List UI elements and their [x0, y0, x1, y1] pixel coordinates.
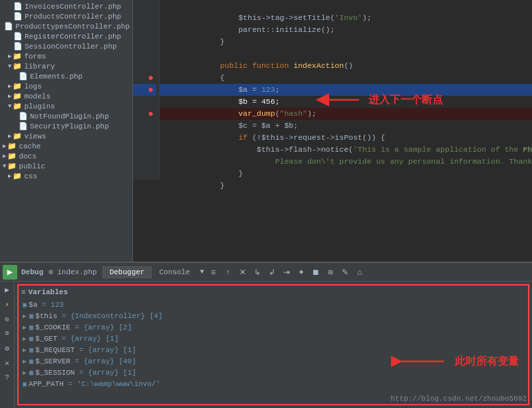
top-section: 📄 InvoicesController.php 📄 ProductsContr… [0, 0, 532, 262]
tree-item-cache[interactable]: ▶ 📁 cache [0, 141, 132, 151]
tree-item-plugins[interactable]: ▼ 📁 plugins [0, 101, 132, 111]
debug-toolbar-btn-watch[interactable]: ≋ [324, 266, 337, 279]
debug-run-button[interactable]: ▶ [3, 265, 17, 280]
tree-item[interactable]: 📄 RegisterController.php [0, 31, 132, 41]
var-scalar-icon: ▣ [23, 301, 27, 309]
var-value: = 123 [37, 301, 64, 309]
tree-item-views[interactable]: ▶ 📁 views [0, 131, 132, 141]
debug-title: Debug [21, 268, 43, 276]
var-row[interactable]: ▶ ▦ $_SERVER = {array} [40] [21, 355, 525, 367]
debug-toolbar: ≡ ↑ ✕ ↳ ↲ ⇥ ✦ ⏹ ≋ ✎ ⌂ [207, 266, 366, 279]
var-name: $_COOKIE [35, 323, 70, 331]
tree-item-css[interactable]: ▶ 📁 css [0, 171, 132, 181]
expand-icon: ▶ [8, 132, 11, 140]
tree-item[interactable]: 📄 NotFoundPlugin.php [0, 111, 132, 121]
debug-toolbar-btn-edit[interactable]: ✎ [338, 266, 352, 279]
code-area: ● ● ● [133, 0, 532, 180]
debug-icon-4[interactable]: ≡ [2, 328, 13, 339]
code-lines: $this->tag->setTitle('Invo'); parent::in… [160, 0, 532, 180]
debug-icon-7[interactable]: ? [2, 372, 13, 383]
php-file-icon: 📄 [13, 12, 23, 21]
expand-icon: ▶ [3, 152, 6, 160]
debug-left-icons: ▶ ⚡ ⊙ ≡ ⚙ ✕ ? [0, 282, 15, 408]
expand-icon: ▼ [3, 163, 6, 170]
expand-icon: ▶ [8, 53, 11, 60]
folder-icon: 📁 [13, 172, 22, 180]
var-value: = 'C:\wamp\www\invo/' [64, 380, 160, 388]
var-name: $a [29, 301, 37, 309]
folder-icon: 📁 [13, 62, 22, 71]
var-array-icon: ▦ [29, 346, 33, 354]
debug-icon-6[interactable]: ✕ [2, 357, 13, 368]
expand-icon: ▼ [8, 63, 11, 70]
var-scalar-icon: ▣ [23, 380, 27, 388]
expand-icon: ▶ [8, 172, 11, 180]
debug-toolbar-btn-home[interactable]: ⌂ [353, 266, 366, 279]
expand-icon: ▶ [3, 142, 6, 150]
expand-icon[interactable]: ▶ [23, 312, 27, 320]
expand-icon[interactable]: ▶ [23, 357, 27, 365]
tree-item-forms[interactable]: ▶ 📁 forms [0, 51, 132, 61]
tree-item-docs[interactable]: ▶ 📁 docs [0, 151, 132, 161]
breakpoint-icon: ● [148, 84, 154, 96]
php-file-icon: 📄 [19, 72, 28, 81]
expand-icon[interactable]: ▶ [23, 323, 27, 331]
watermark: http://blog.csdn.net/zhoubo5692 [390, 395, 527, 403]
debug-toolbar-btn-step-over[interactable]: ≡ [207, 266, 220, 279]
expand-icon[interactable]: ▶ [23, 346, 27, 354]
debug-toolbar-btn-up[interactable]: ↑ [221, 266, 235, 279]
var-value: = {array} [2] [70, 323, 132, 331]
folder-icon: 📁 [13, 102, 22, 110]
breakpoint-icon: ● [148, 108, 154, 120]
var-row[interactable]: ▶ ▦ $_REQUEST = {array} [1] [21, 344, 525, 355]
debug-icon-2[interactable]: ⚡ [2, 299, 13, 309]
tree-item[interactable]: 📄 ProducttypesController.php [0, 21, 132, 31]
var-name: $_SESSION [35, 369, 74, 377]
var-array-icon: ▦ [29, 323, 33, 331]
debug-toolbar-btn-pause[interactable]: ⏹ [309, 266, 323, 279]
tree-item-library[interactable]: ▼ 📁 library [0, 61, 132, 71]
var-name: APP_PATH [29, 380, 64, 388]
tree-item[interactable]: 📄 SessionController.php [0, 41, 132, 51]
debug-section: ▶ Debug ⚙ index.php Debugger Console ▼ ≡… [0, 262, 532, 408]
tree-item-public[interactable]: ▼ 📁 public [0, 161, 132, 171]
debug-toolbar-btn-run-to[interactable]: ⇥ [280, 266, 293, 279]
expand-icon[interactable]: ▶ [23, 369, 27, 377]
tab-arrow-icon: ▼ [200, 268, 204, 276]
debug-icon-5[interactable]: ⚙ [2, 343, 13, 353]
var-value: = {array} [1] [74, 369, 136, 377]
folder-icon: 📁 [13, 82, 22, 91]
php-file-icon: 📄 [13, 42, 23, 51]
main-container: 📄 InvoicesController.php 📄 ProductsContr… [0, 0, 532, 408]
debug-toolbar-btn-step-into[interactable]: ↳ [251, 266, 264, 279]
variables-icon: ≡ [21, 288, 26, 296]
var-row[interactable]: ▶ ▦ $_COOKIE = {array} [2] [21, 321, 525, 333]
tree-item[interactable]: 📄 InvoicesController.php [0, 1, 132, 11]
var-row[interactable]: ▶ ▦ $this = {IndexController} [4] [21, 310, 525, 321]
debug-toolbar-btn-step-out[interactable]: ↲ [265, 266, 279, 279]
debug-icon-3[interactable]: ⊙ [2, 313, 13, 324]
tree-item-logs[interactable]: ▶ 📁 logs [0, 81, 132, 91]
var-object-icon: ▦ [29, 312, 33, 320]
tab-console[interactable]: Console [152, 266, 197, 278]
tree-item[interactable]: 📄 ProductsController.php [0, 11, 132, 21]
var-row[interactable]: ▣ $a = 123 [21, 299, 525, 310]
var-value: = {array} [40] [70, 357, 136, 365]
tree-item-models[interactable]: ▶ 📁 models [0, 91, 132, 101]
var-row[interactable]: ▣ APP_PATH = 'C:\wamp\www\invo/' [21, 378, 525, 389]
variables-label: Variables [29, 288, 68, 296]
debug-icon-1[interactable]: ▶ [2, 284, 13, 295]
tree-item[interactable]: 📄 Elements.php [0, 71, 132, 81]
code-line: public function indexAction() [160, 48, 532, 60]
folder-icon: 📁 [7, 142, 17, 150]
var-row[interactable]: ▶ ▦ $_GET = {array} [1] [21, 333, 525, 344]
tab-debugger[interactable]: Debugger [102, 266, 152, 278]
debug-file-label: ⚙ index.php [49, 268, 97, 276]
expand-icon[interactable]: ▶ [23, 335, 27, 343]
var-array-icon: ▦ [29, 369, 33, 377]
tree-item[interactable]: 📄 SecurityPlugin.php [0, 121, 132, 131]
var-array-icon: ▦ [29, 357, 33, 365]
var-row[interactable]: ▶ ▦ $_SESSION = {array} [1] [21, 367, 525, 378]
debug-toolbar-btn-star[interactable]: ✦ [295, 266, 308, 279]
debug-toolbar-btn-stop[interactable]: ✕ [236, 266, 249, 279]
